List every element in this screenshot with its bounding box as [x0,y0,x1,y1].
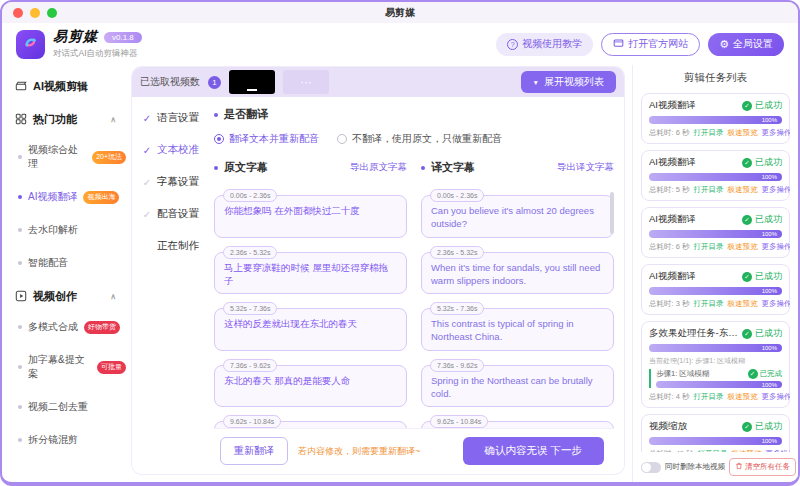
minimize-button[interactable] [30,8,40,18]
open-directory-link[interactable]: 打开目录 [693,299,723,309]
sidebar-item-multi-mode-compose[interactable]: 多模式合成 好物带货 [18,320,126,334]
subtitle-source-card[interactable]: 2.36s - 5.32s 马上要穿凉鞋的时候 屋里却还得穿棉拖子 [214,252,407,295]
bullet-icon [18,228,22,232]
video-thumbnail[interactable] [229,70,275,94]
official-website-button[interactable]: 打开官方网站 [601,33,700,56]
task-name: 多效果处理任务-东北的春天... [649,327,739,340]
status-text: 已成功 [755,420,782,433]
tutorial-button-label: 视频使用教学 [522,37,582,51]
delete-local-toggle[interactable] [641,462,661,473]
subtitle-text: When it's time for sandals, you still ne… [431,262,600,286]
subtitle-target-card[interactable]: 7.36s - 9.62s Spring in the Northeast ca… [421,365,614,408]
subtitle-source-card[interactable]: 9.62s - 10.84s 死冷死冷的 [214,421,407,428]
window-controls [2,8,57,18]
export-target-link[interactable]: 导出译文字幕 [557,161,614,174]
sidebar-item-watermark-removal[interactable]: 去水印解析 [18,223,126,237]
timestamp-pill: 9.62s - 10.84s [430,415,488,428]
more-actions-link[interactable]: 更多操作∨ [761,242,790,252]
quick-preview-link[interactable]: 极速预览 [727,299,757,309]
sidebar-item-video-processing[interactable]: 视频综合处理 20+玩法 [18,143,126,171]
status-text: 已成功 [755,99,782,112]
brand-block: 易剪媒 v0.1.8 对话式AI自动剪辑神器 [53,28,142,60]
tutorial-button[interactable]: ? 视频使用教学 [496,33,593,56]
confirm-next-button[interactable]: 确认内容无误 下一步 [463,437,604,465]
sidebar-item-ai-video-clip[interactable]: AI视频剪辑 [15,79,126,94]
more-actions-label: 更多操作 [761,128,790,138]
step-dubbing-settings[interactable]: ✓ 配音设置 [142,207,214,221]
more-actions-link[interactable]: 更多操作∨ [761,185,790,195]
subtitle-target-card[interactable]: 0.00s - 2.36s Can you believe it's almos… [421,195,614,238]
quick-preview-link[interactable]: 极速预览 [727,392,757,402]
maximize-button[interactable] [47,8,57,18]
step-label: 配音设置 [157,207,199,221]
close-button[interactable] [13,8,23,18]
radio-unselected-icon [337,134,347,144]
timestamp-pill: 7.36s - 9.62s [430,359,484,372]
clear-all-tasks-button[interactable]: 清空所有任务 [729,458,796,476]
sidebar-item-subtitle-copywriting[interactable]: 加字幕&提文案 可批量 [18,353,126,381]
task-duration: 总耗时: 4 秒 [649,392,689,402]
chevron-up-icon: ∧ [110,292,116,301]
sidebar-item-video-dedup[interactable]: 视频二创去重 [18,400,126,414]
quick-preview-link[interactable]: 极速预览 [727,128,757,138]
app-header: 易剪媒 v0.1.8 对话式AI自动剪辑神器 ? 视频使用教学 打开官方网站 ⚙… [2,23,798,65]
step-label: 字幕设置 [157,175,199,189]
expand-button-label: 展开视频列表 [544,75,604,89]
check-icon: ✓ [142,113,152,124]
bullet-icon [18,405,22,409]
step-subtitle-settings[interactable]: ✓ 字幕设置 [142,175,214,189]
translate-question-label: 是否翻译 [224,107,268,122]
sidebar-item-label: AI视频剪辑 [33,79,88,94]
gear-icon: ⚙ [719,39,729,50]
success-check-icon: ✓ [748,369,758,379]
timestamp-pill: 0.00s - 2.36s [223,189,277,202]
main-area: 已选取视频数 1 ⋯ ▼ 展开视频列表 ✓ 语言设置 [126,65,632,482]
step-language-settings[interactable]: ✓ 语言设置 [142,111,214,125]
play-square-icon [15,290,27,304]
quick-preview-link[interactable]: 极速预览 [727,242,757,252]
more-actions-link[interactable]: 更多操作∨ [761,128,790,138]
expand-video-list-button[interactable]: ▼ 展开视频列表 [521,71,616,93]
subtitle-target-card[interactable]: 5.32s - 7.36s This contrast is typical o… [421,308,614,351]
task-duration: 总耗时: 5 秒 [649,185,689,195]
more-videos-placeholder[interactable]: ⋯ [283,70,329,94]
subtitle-target-card[interactable]: 9.62s - 10.84s It's freezing cold! [421,421,614,428]
open-directory-link[interactable]: 打开目录 [693,128,723,138]
success-check-icon: ✓ [742,329,752,339]
radio-no-translate[interactable]: 不翻译，使用原文，只做重新配音 [337,132,502,146]
success-check-icon: ✓ [742,272,752,282]
bullet-icon [421,166,425,170]
step-producing[interactable]: ✓ 正在制作 [142,239,214,253]
sidebar-item-smart-dubbing[interactable]: 智能配音 [18,256,126,270]
subtitle-source-card[interactable]: 0.00s - 2.36s 你能想象吗 在外面都快过二十度 [214,195,407,238]
step-text-proofread[interactable]: ✓ 文本校准 [142,143,214,157]
open-directory-link[interactable]: 打开目录 [693,392,723,402]
substep-status-badge: ✓ 已完成 [748,369,783,379]
export-source-link[interactable]: 导出原文字幕 [350,161,407,174]
sidebar-item-ai-video-translate[interactable]: AI视频翻译 视频出海 [18,190,126,204]
delete-local-label: 同时删除本地视频 [665,462,725,472]
sidebar-item-shot-split-mix[interactable]: 拆分镜混剪 [18,433,126,447]
quick-preview-link[interactable]: 极速预览 [727,185,757,195]
subtitle-target-card[interactable]: 2.36s - 5.32s When it's time for sandals… [421,252,614,295]
step-label: 语言设置 [157,111,199,125]
open-directory-link[interactable]: 打开目录 [693,242,723,252]
subtitle-text: Spring in the Northeast can be brutally … [431,375,593,399]
more-actions-link[interactable]: 更多操作∨ [761,392,790,402]
step-label: 文本校准 [157,143,199,157]
success-check-icon: ✓ [742,101,752,111]
progress-value: 100% [762,438,777,444]
task-name: AI视频翻译 [649,213,696,226]
more-actions-link[interactable]: 更多操作∨ [761,299,790,309]
sidebar-item-label: 拆分镜混剪 [28,433,78,447]
subtitle-source-card[interactable]: 5.32s - 7.36s 这样的反差就出现在东北的春天 [214,308,407,351]
window-title: 易剪媒 [2,6,798,20]
open-directory-link[interactable]: 打开目录 [693,185,723,195]
sidebar-group-video-creation[interactable]: 视频创作 ∧ [15,289,116,304]
global-settings-button[interactable]: ⚙ 全局设置 [708,33,784,56]
radio-translate-redub[interactable]: 翻译文本并重新配音 [214,132,319,146]
subtitle-source-card[interactable]: 7.36s - 9.62s 东北的春天 那真的是能要人命 [214,365,407,408]
scrollbar-thumb[interactable] [610,192,614,234]
retranslate-button[interactable]: 重新翻译 [220,437,288,465]
sidebar-group-hot-features[interactable]: 热门功能 ∧ [15,112,116,127]
